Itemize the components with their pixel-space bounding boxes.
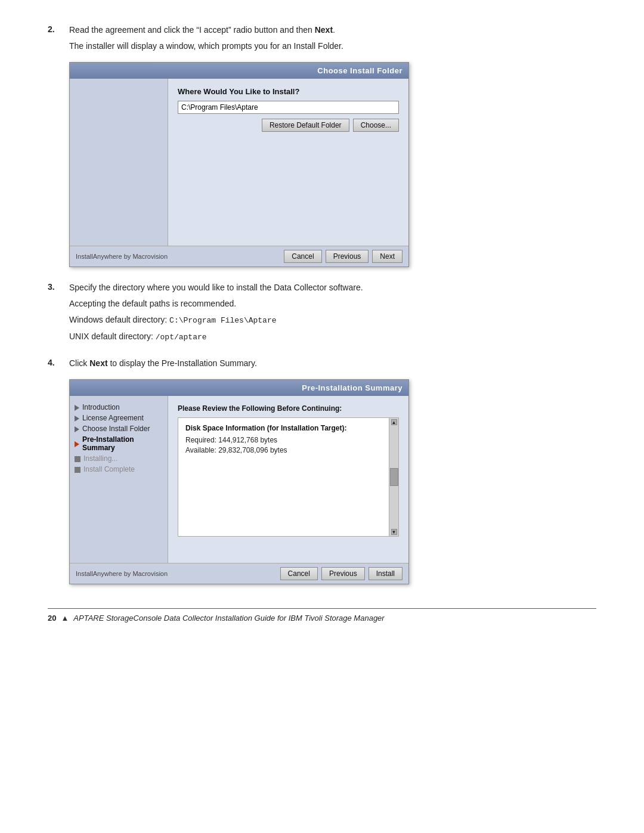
- arrow-icon: [75, 441, 79, 447]
- step-3-text: Specify the directory where you would li…: [69, 281, 596, 294]
- square-icon: [75, 467, 80, 473]
- step-2-text-part1: Read the agreement and click the “I acce…: [69, 25, 315, 35]
- window2-titlebar: Pre-Installation Summary: [70, 380, 408, 396]
- sidebar-item-4: Installing...: [75, 454, 163, 463]
- square-icon: [75, 456, 80, 462]
- sidebar-label: Installing...: [83, 454, 117, 463]
- step-3-sub3: UNIX default directory: /opt/aptare: [69, 330, 596, 343]
- window1-footer-nav: Cancel Previous Next: [284, 250, 402, 263]
- window2-main: Please Review the Following Before Conti…: [168, 396, 408, 563]
- sidebar-item-1: License Agreement: [75, 414, 163, 422]
- scrollbar-down-arrow[interactable]: ▼: [391, 529, 397, 535]
- step-2-sub: The installer will display a window, whi…: [69, 40, 596, 52]
- footer-page-num: 20: [48, 614, 56, 623]
- restore-default-folder-button[interactable]: Restore Default Folder: [262, 119, 349, 132]
- step-2-block: 2. Read the agreement and click the “I a…: [48, 24, 596, 267]
- step-2-text: Read the agreement and click the “I acce…: [69, 24, 596, 36]
- step-3-sub2-label: Windows default directory:: [69, 315, 169, 324]
- step-3-sub2: Windows default directory: C:\Program Fi…: [69, 314, 596, 327]
- step-3-sub2-mono: C:\Program Files\Aptare: [169, 316, 276, 325]
- window2-sidebar: IntroductionLicense AgreementChoose Inst…: [70, 396, 168, 563]
- window2-required: Required: 144,912,768 bytes: [185, 436, 386, 444]
- choose-button[interactable]: Choose...: [353, 119, 399, 132]
- sidebar-label: Introduction: [82, 403, 120, 411]
- page-footer: 20 ▲ APTARE StorageConsole Data Collecto…: [48, 608, 596, 623]
- window2-disk-title: Disk Space Information (for Installation…: [185, 424, 386, 432]
- footer-guide-title: APTARE StorageConsole Data Collector Ins…: [73, 614, 384, 623]
- window1-sidebar: [70, 79, 168, 246]
- window1-main: Where Would You Like to Install? Restore…: [168, 79, 408, 246]
- sidebar-label: Choose Install Folder: [82, 425, 150, 433]
- step-3-block: 3. Specify the directory where you would…: [48, 281, 596, 343]
- step-4-part2: to display the Pre-Installation Summary.: [108, 358, 257, 368]
- window1-main-buttons: Restore Default Folder Choose...: [178, 119, 399, 132]
- sidebar-item-3: Pre-Installation Summary: [75, 435, 163, 452]
- window1-footer: InstallAnywhere by Macrovision Cancel Pr…: [70, 246, 408, 267]
- sidebar-item-0: Introduction: [75, 403, 163, 411]
- step-2-num: 2.: [48, 24, 69, 34]
- step-3-sub3-mono: /opt/aptare: [156, 333, 207, 342]
- window1-titlebar: Choose Install Folder: [70, 63, 408, 79]
- sidebar-item-2: Choose Install Folder: [75, 425, 163, 433]
- footer-triangle-icon: ▲: [61, 614, 69, 623]
- step-4-bold: Next: [89, 358, 107, 368]
- sidebar-label: Pre-Installation Summary: [82, 435, 163, 452]
- window2-review-label: Please Review the Following Before Conti…: [178, 404, 399, 413]
- step-4-part1: Click: [69, 358, 89, 368]
- scrollbar-up-arrow[interactable]: ▲: [391, 419, 397, 425]
- step-4-num: 4.: [48, 357, 69, 367]
- step-2-text-bold: Next: [315, 25, 333, 35]
- window1-next-button[interactable]: Next: [372, 250, 402, 263]
- window2-footer-nav: Cancel Previous Install: [280, 567, 402, 580]
- arrow-icon: [75, 405, 79, 411]
- window1-previous-button[interactable]: Previous: [326, 250, 369, 263]
- window2-footer: InstallAnywhere by Macrovision Cancel Pr…: [70, 563, 408, 584]
- step-4-block: 4. Click Next to display the Pre-Install…: [48, 357, 596, 584]
- choose-install-folder-window: Choose Install Folder Where Would You Li…: [69, 62, 409, 267]
- step-3-sub3-label: UNIX default directory:: [69, 332, 156, 341]
- scrollbar-thumb[interactable]: [390, 468, 398, 486]
- window1-question: Where Would You Like to Install?: [178, 87, 399, 96]
- window1-brand: InstallAnywhere by Macrovision: [76, 253, 168, 260]
- sidebar-label: Install Complete: [83, 465, 135, 473]
- window2-previous-button[interactable]: Previous: [321, 567, 365, 580]
- step-2-text-part2: .: [333, 25, 335, 35]
- sidebar-item-5: Install Complete: [75, 465, 163, 473]
- step-4-text: Click Next to display the Pre-Installati…: [69, 357, 596, 370]
- arrow-icon: [75, 426, 79, 432]
- window2-cancel-button[interactable]: Cancel: [280, 567, 318, 580]
- window2-content-box: Disk Space Information (for Installation…: [178, 417, 399, 537]
- window1-cancel-button[interactable]: Cancel: [284, 250, 321, 263]
- pre-installation-summary-window: Pre-Installation Summary IntroductionLic…: [69, 379, 409, 584]
- window2-install-button[interactable]: Install: [369, 567, 402, 580]
- step-3-sub1: Accepting the default paths is recommend…: [69, 298, 596, 310]
- step-3-num: 3.: [48, 281, 69, 292]
- scrollbar[interactable]: ▲ ▼: [389, 418, 398, 536]
- arrow-icon: [75, 416, 79, 422]
- window1-body: Where Would You Like to Install? Restore…: [70, 79, 408, 246]
- window2-available: Available: 29,832,708,096 bytes: [185, 446, 386, 454]
- window2-brand: InstallAnywhere by Macrovision: [76, 570, 168, 577]
- window1-install-path-input[interactable]: [178, 101, 399, 114]
- window2-body: IntroductionLicense AgreementChoose Inst…: [70, 396, 408, 563]
- sidebar-label: License Agreement: [82, 414, 144, 422]
